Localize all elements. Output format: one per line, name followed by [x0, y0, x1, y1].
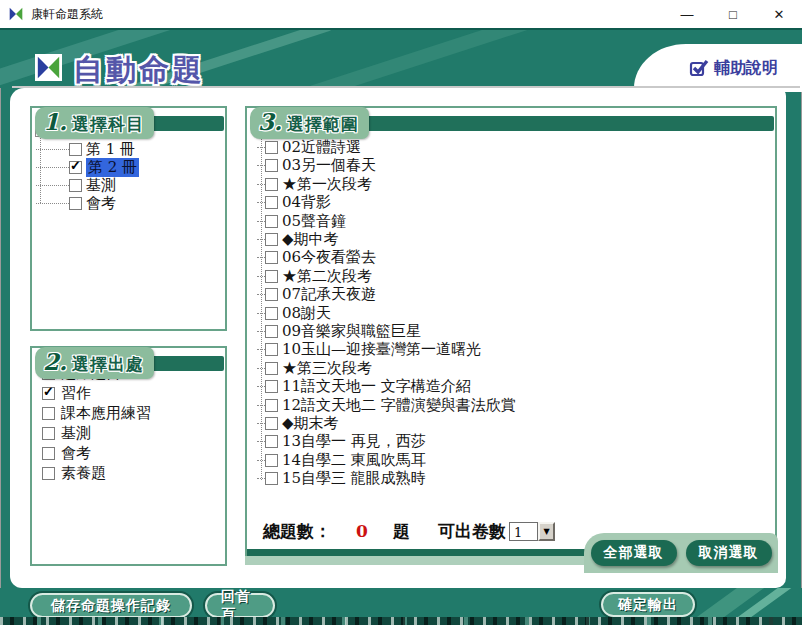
item-label[interactable]: 素養題	[61, 464, 106, 483]
checkbox[interactable]	[265, 215, 278, 228]
checkbox[interactable]	[265, 417, 278, 430]
checkbox[interactable]	[265, 307, 278, 320]
item-label[interactable]: 10玉山—迎接臺灣第一道曙光	[282, 340, 481, 359]
checkbox[interactable]	[265, 399, 278, 412]
checkbox[interactable]	[42, 407, 55, 420]
range-item[interactable]: 03另一個春天	[257, 157, 775, 175]
item-label[interactable]: 15自學三 龍眼成熟時	[282, 469, 426, 488]
deselect-all-button[interactable]: 取消選取	[686, 540, 772, 566]
range-item[interactable]: ★第二次段考	[257, 267, 775, 285]
checkbox[interactable]	[265, 178, 278, 191]
item-label[interactable]: ◆期中考	[282, 230, 339, 249]
item-label[interactable]: 04背影	[282, 193, 331, 212]
item-label[interactable]: ◆期末考	[282, 414, 339, 433]
home-button[interactable]: 回首頁	[205, 593, 275, 618]
source-option[interactable]: 課本應用練習	[42, 403, 225, 423]
checkbox[interactable]	[42, 447, 55, 460]
item-label[interactable]: 05聲音鐘	[282, 212, 346, 231]
checkbox[interactable]	[69, 161, 82, 174]
item-label[interactable]: ★第三次段考	[282, 359, 372, 378]
range-item[interactable]: 13自學一 再見，西莎	[257, 433, 775, 451]
item-label[interactable]: 基測	[61, 424, 91, 443]
range-item[interactable]: 04背影	[257, 194, 775, 212]
item-label[interactable]: 12語文天地二 字體演變與書法欣賞	[282, 396, 516, 415]
checkbox[interactable]	[265, 141, 278, 154]
range-item[interactable]: ◆期中考	[257, 230, 775, 248]
checkbox[interactable]	[265, 288, 278, 301]
item-label[interactable]: 02近體詩選	[282, 138, 361, 157]
checkbox[interactable]	[265, 251, 278, 264]
save-log-button[interactable]: 儲存命題操作記錄	[30, 593, 192, 618]
range-item[interactable]: ★第一次段考	[257, 175, 775, 193]
range-item[interactable]: 14自學二 東風吹馬耳	[257, 451, 775, 469]
checkbox[interactable]	[265, 435, 278, 448]
item-label[interactable]: 08謝天	[282, 304, 331, 323]
checkbox[interactable]	[265, 233, 278, 246]
item-label[interactable]: 會考	[86, 194, 116, 213]
combo-arrow-button[interactable]: ▼	[538, 522, 555, 541]
range-item[interactable]: 10玉山—迎接臺灣第一道曙光	[257, 341, 775, 359]
checkbox[interactable]	[265, 159, 278, 172]
tree-node[interactable]: 第 2 冊	[36, 158, 225, 176]
item-label[interactable]: 11語文天地一 文字構造介紹	[282, 377, 471, 396]
item-label[interactable]: 第 2 冊	[86, 158, 139, 177]
item-label[interactable]: 03另一個春天	[282, 156, 376, 175]
range-item[interactable]: 02近體詩選	[257, 138, 775, 156]
tree-children: 第 1 冊第 2 冊基測會考	[36, 140, 225, 212]
range-item[interactable]: 11語文天地一 文字構造介紹	[257, 377, 775, 395]
close-button[interactable]: ✕	[756, 0, 802, 28]
banner-bar	[145, 116, 224, 131]
source-option[interactable]: 基測	[42, 423, 225, 443]
checkbox[interactable]	[265, 472, 278, 485]
source-option[interactable]: 會考	[42, 443, 225, 463]
checkbox[interactable]	[265, 270, 278, 283]
item-label[interactable]: 習作	[61, 384, 91, 403]
item-label[interactable]: 基測	[86, 176, 116, 195]
item-label[interactable]: 第 1 冊	[86, 140, 135, 159]
range-item[interactable]: 15自學三 龍眼成熟時	[257, 469, 775, 487]
range-item[interactable]: 07記承天夜遊	[257, 286, 775, 304]
select-all-button[interactable]: 全部選取	[591, 540, 677, 566]
checkbox[interactable]	[265, 343, 278, 356]
minimize-button[interactable]: —	[664, 0, 710, 28]
checkbox[interactable]	[42, 467, 55, 480]
item-label[interactable]: 06今夜看螢去	[282, 248, 376, 267]
help-button[interactable]: 輔助說明	[634, 44, 802, 92]
item-label[interactable]: 13自學一 再見，西莎	[282, 432, 426, 451]
checkbox[interactable]	[69, 143, 82, 156]
panel-banner: 2. 選擇出處	[35, 349, 224, 377]
checkbox[interactable]	[69, 179, 82, 192]
confirm-output-button[interactable]: 確定輸出	[601, 592, 695, 617]
checkbox[interactable]	[265, 380, 278, 393]
item-label[interactable]: 09音樂家與職籃巨星	[282, 322, 421, 341]
item-label[interactable]: ★第二次段考	[282, 267, 372, 286]
range-item[interactable]: 12語文天地二 字體演變與書法欣賞	[257, 396, 775, 414]
tree-connector	[257, 478, 265, 479]
range-item[interactable]: 06今夜看螢去	[257, 249, 775, 267]
item-label[interactable]: 課本應用練習	[61, 404, 151, 423]
combo-value[interactable]: 1	[509, 522, 538, 541]
maximize-button[interactable]: □	[710, 0, 756, 28]
range-item[interactable]: ★第三次段考	[257, 359, 775, 377]
tree-node[interactable]: 第 1 冊	[36, 140, 225, 158]
checkbox[interactable]	[42, 387, 55, 400]
papers-combobox[interactable]: 1 ▼	[509, 522, 555, 541]
checkbox[interactable]	[69, 197, 82, 210]
item-label[interactable]: ★第一次段考	[282, 175, 372, 194]
range-item[interactable]: 05聲音鐘	[257, 212, 775, 230]
checkbox[interactable]	[42, 427, 55, 440]
checkbox[interactable]	[265, 196, 278, 209]
source-option[interactable]: 素養題	[42, 463, 225, 483]
source-option[interactable]: 習作	[42, 383, 225, 403]
checkbox[interactable]	[265, 362, 278, 375]
item-label[interactable]: 會考	[61, 444, 91, 463]
checkbox[interactable]	[265, 325, 278, 338]
range-item[interactable]: 09音樂家與職籃巨星	[257, 322, 775, 340]
item-label[interactable]: 14自學二 東風吹馬耳	[282, 451, 426, 470]
tree-node[interactable]: 基測	[36, 176, 225, 194]
item-label[interactable]: 07記承天夜遊	[282, 285, 376, 304]
checkbox[interactable]	[265, 454, 278, 467]
tree-node[interactable]: 會考	[36, 194, 225, 212]
range-item[interactable]: 08謝天	[257, 304, 775, 322]
range-item[interactable]: ◆期末考	[257, 414, 775, 432]
